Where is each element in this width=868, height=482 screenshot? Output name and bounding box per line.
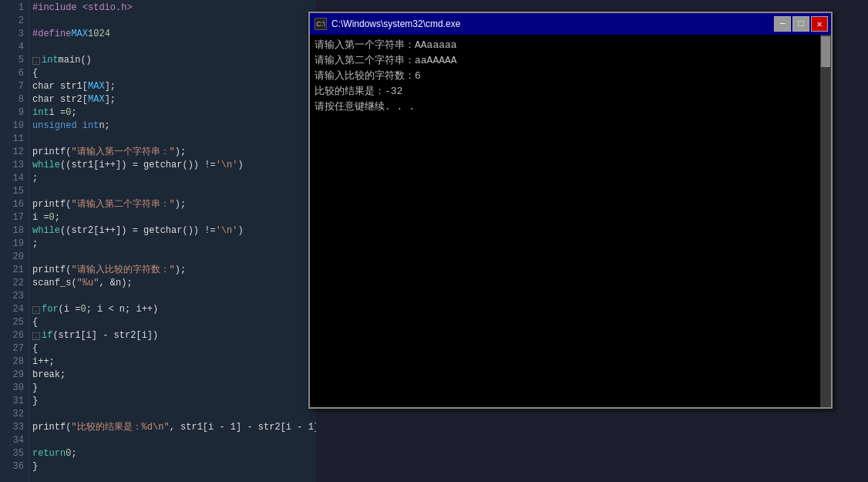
code-token: unsigned int (32, 120, 99, 133)
line-number: 9 (0, 106, 24, 120)
cmd-scroll-thumb[interactable] (821, 36, 830, 67)
code-token: if (42, 329, 52, 342)
code-line: } (32, 395, 313, 408)
code-line (32, 290, 313, 303)
code-token: "请输入第一个字符串：" (71, 146, 174, 159)
code-token: 0 (49, 211, 55, 224)
code-token: } (32, 460, 38, 474)
code-token: printf( (32, 198, 71, 211)
line-number: 6 (0, 67, 24, 80)
code-token: } (32, 382, 38, 395)
line-number: 35 (0, 447, 24, 460)
code-token: MAX (88, 93, 105, 106)
code-line: while ((str1[i++]) = getchar()) != '\n') (32, 159, 313, 172)
code-token: i = (49, 106, 66, 120)
code-line (32, 251, 313, 264)
code-token: ((str2[i++]) = getchar()) != (60, 224, 216, 238)
code-token: "请输入第二个字符串：" (71, 198, 174, 211)
code-line (32, 15, 313, 28)
line-number: 22 (0, 277, 24, 290)
line-number: 28 (0, 356, 24, 369)
code-token: } (32, 395, 38, 408)
code-token: printf( (32, 264, 71, 277)
code-line: while ((str2[i++]) = getchar()) != '\n') (32, 224, 313, 238)
code-line (32, 41, 313, 54)
code-line: printf("请输入比较的字符数："); (32, 264, 313, 277)
cmd-minimize-button[interactable]: — (774, 16, 791, 32)
cmd-output-line: 请输入第一个字符串：AAaaaaa (315, 38, 816, 53)
line-number: 30 (0, 382, 24, 395)
code-line: ; (32, 172, 313, 185)
code-token: int (32, 106, 49, 120)
line-number: 34 (0, 434, 24, 447)
fold-icon[interactable]: - (32, 332, 40, 340)
code-token: printf( (32, 146, 71, 159)
code-content: #include <stdio.h> #define MAX 1024 -int… (29, 0, 316, 482)
code-token: { (32, 67, 38, 80)
page-wrapper: 1234567891011121314151617181920212223242… (0, 0, 868, 482)
line-number: 11 (0, 133, 24, 146)
code-token: for (42, 303, 59, 316)
code-line (32, 434, 313, 447)
fold-icon[interactable]: - (32, 306, 40, 314)
line-number: 4 (0, 41, 24, 54)
line-number: 18 (0, 224, 24, 238)
code-token: ; (32, 172, 38, 185)
code-line: ; (32, 238, 313, 251)
code-token: char str2[ (32, 93, 88, 106)
cmd-window: C:\ C:\Windows\system32\cmd.exe — □ ✕ 请输… (308, 12, 833, 409)
cmd-output-line: 比较的结果是：-32 (315, 84, 816, 99)
fold-icon[interactable]: - (32, 57, 40, 65)
cmd-output-line: 请输入第二个字符串：aaAAAAA (315, 53, 816, 69)
code-token: "%u" (77, 277, 99, 290)
code-token: scanf_s( (32, 277, 77, 290)
code-line: printf("请输入第一个字符串："); (32, 146, 313, 159)
code-token: "比较的结果是：%d\n" (71, 421, 169, 434)
cmd-titlebar: C:\ C:\Windows\system32\cmd.exe — □ ✕ (310, 13, 831, 35)
line-number: 3 (0, 28, 24, 41)
line-number: 15 (0, 185, 24, 198)
code-token: (str1[i] - str2[i]) (52, 329, 158, 342)
code-token: ; (32, 238, 38, 251)
line-number: 26 (0, 329, 24, 342)
line-number: 13 (0, 159, 24, 172)
line-number: 23 (0, 290, 24, 303)
line-number: 8 (0, 93, 24, 106)
code-token: while (32, 224, 60, 238)
cmd-app-icon: C:\ (315, 18, 327, 30)
line-number: 7 (0, 80, 24, 93)
code-token: ); (175, 146, 186, 159)
code-line: scanf_s("%u", &n); (32, 277, 313, 290)
code-area: 1234567891011121314151617181920212223242… (0, 0, 316, 482)
code-line: i = 0; (32, 211, 313, 224)
cmd-close-button[interactable]: ✕ (811, 16, 828, 32)
line-number: 36 (0, 460, 24, 474)
code-token: int (42, 54, 59, 67)
code-token: , str1[i - 1] - str2[i - 1]); (170, 421, 316, 434)
code-token: #define (32, 28, 71, 41)
code-line (32, 408, 313, 421)
cmd-output-line: 请按任意键继续. . . (315, 99, 816, 115)
line-number: 19 (0, 238, 24, 251)
code-token: ; (71, 447, 76, 460)
code-token: printf( (32, 421, 71, 434)
code-line: printf("请输入第二个字符串："); (32, 198, 313, 211)
code-line: { (32, 67, 313, 80)
line-number: 5 (0, 54, 24, 67)
code-token: 1024 (88, 28, 110, 41)
line-number: 24 (0, 303, 24, 316)
code-line: return 0; (32, 447, 313, 460)
code-line: #define MAX 1024 (32, 28, 313, 41)
cmd-maximize-button[interactable]: □ (792, 16, 809, 32)
code-token: return (32, 447, 66, 460)
code-token: main() (59, 54, 92, 67)
code-token: { (32, 316, 38, 329)
line-number: 2 (0, 15, 24, 28)
code-line: - for (i = 0; i < n; i++) (32, 303, 313, 316)
code-line (32, 185, 313, 198)
cmd-body: 请输入第一个字符串：AAaaaaa请输入第二个字符串：aaAAAAA请输入比较的… (310, 35, 831, 407)
code-token: break; (32, 369, 66, 382)
cmd-scrollbar[interactable] (820, 35, 831, 407)
code-line: break; (32, 369, 313, 382)
code-token: MAX (88, 80, 105, 93)
